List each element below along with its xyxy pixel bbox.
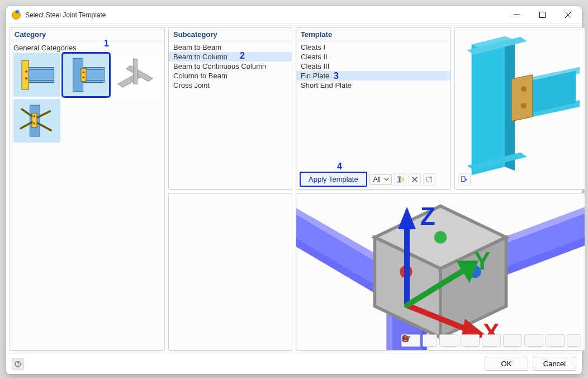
svg-rect-27 [397, 181, 401, 182]
panel-subcategory: Subcategory Beam to Beam Beam to Column … [168, 27, 292, 190]
dialog-body: Category General Categories [6, 24, 582, 374]
svg-marker-62 [398, 207, 416, 229]
minimize-button[interactable] [504, 7, 529, 23]
category-thumb-end-plate[interactable] [13, 53, 60, 97]
apply-template-button[interactable]: Apply Template [300, 172, 367, 187]
svg-text:Z: Z [420, 202, 435, 230]
viewport-3d[interactable]: Z Y X -Z [296, 193, 585, 350]
maximize-button[interactable] [529, 7, 555, 23]
view-reset-button[interactable] [567, 334, 581, 347]
viewport-toolbar: -Z [401, 334, 581, 347]
template-actions: Apply Template All [296, 169, 451, 189]
view-minus-z-button[interactable]: -Z [482, 334, 501, 347]
svg-rect-11 [81, 68, 86, 81]
filter-dropdown[interactable]: All [369, 174, 392, 185]
svg-rect-3 [29, 68, 54, 70]
filter-label: All [373, 176, 381, 183]
svg-point-23 [34, 115, 36, 117]
window-title: Select Steel Joint Template [25, 11, 106, 19]
svg-point-13 [83, 77, 85, 79]
list-item[interactable]: Column to Beam [169, 71, 292, 81]
template-header: Template [296, 28, 451, 41]
list-item[interactable]: Beam to Column [169, 52, 292, 62]
panel-category: Category General Categories [10, 27, 165, 351]
new-button[interactable] [423, 173, 435, 186]
panel-template: Template Cleats I Cleats II Cleats III F… [296, 27, 451, 190]
list-item[interactable]: Short End Plate [296, 81, 451, 90]
svg-point-5 [25, 70, 27, 73]
view-display-mode-button[interactable] [503, 334, 522, 347]
svg-rect-28 [400, 178, 403, 181]
chevron-down-icon [384, 177, 389, 182]
dialog-footer: OK Cancel [6, 353, 582, 374]
dialog-window: Select Steel Joint Template Category Gen… [6, 6, 582, 375]
panel-properties [168, 193, 292, 351]
svg-point-41 [521, 103, 527, 108]
list-item[interactable]: Beam to Beam [169, 42, 292, 52]
app-icon [12, 11, 21, 20]
svg-rect-26 [397, 176, 401, 177]
svg-marker-39 [511, 74, 533, 121]
svg-text:Y: Y [474, 247, 490, 275]
view-print-button[interactable] [546, 334, 565, 347]
svg-point-40 [521, 86, 527, 92]
view-wireframe-button[interactable] [524, 334, 543, 347]
svg-rect-2 [29, 69, 54, 81]
category-header: Category [10, 28, 164, 41]
panel-viewport: Z Y X -Z [296, 193, 585, 351]
category-thumbs [13, 53, 164, 143]
window-controls [504, 7, 581, 23]
cancel-button[interactable]: Cancel [533, 357, 576, 371]
svg-point-84 [17, 365, 18, 365]
ok-button[interactable]: OK [485, 357, 528, 371]
svg-rect-42 [462, 177, 465, 182]
view-axes-xyz-button[interactable] [439, 334, 458, 347]
panel-preview [454, 27, 585, 190]
svg-line-65 [407, 270, 465, 305]
content-grid: Category General Categories [6, 24, 582, 353]
titlebar: Select Steel Joint Template [6, 6, 582, 24]
list-item[interactable]: Fin Plate [296, 71, 451, 81]
preview-image [454, 28, 585, 189]
list-item[interactable]: Cleats I [296, 42, 451, 52]
svg-rect-4 [29, 81, 54, 83]
list-item[interactable]: Cleats II [296, 52, 451, 62]
category-thumb-truss[interactable] [112, 53, 159, 97]
category-thumb-complex[interactable] [13, 99, 60, 143]
svg-point-24 [34, 122, 36, 125]
svg-rect-1 [22, 60, 29, 89]
view-zoom-extents-button[interactable] [423, 334, 437, 347]
close-button[interactable] [555, 7, 581, 23]
subcategory-header: Subcategory [169, 28, 292, 41]
list-item[interactable]: Cross Joint [169, 81, 292, 90]
subcategory-list: Beam to Beam Beam to Column Beam to Cont… [169, 41, 292, 91]
category-thumb-beam-column[interactable] [63, 53, 110, 97]
category-group-label: General Categories [13, 44, 161, 52]
help-button[interactable] [12, 358, 24, 370]
svg-point-6 [25, 77, 27, 79]
view-plane-xy-button[interactable] [461, 334, 480, 347]
svg-point-12 [83, 72, 85, 74]
delete-button[interactable] [409, 173, 421, 186]
list-item[interactable]: Beam to Continuous Column [169, 62, 292, 71]
template-filter: All [369, 174, 392, 185]
svg-marker-16 [133, 59, 137, 84]
template-list: Cleats I Cleats II Cleats III Fin Plate … [296, 41, 451, 169]
svg-rect-25 [399, 176, 400, 182]
axis-indicator: Z Y X [296, 193, 585, 350]
preview-tool-button[interactable] [458, 173, 471, 186]
category-body: General Categories [10, 41, 164, 145]
list-item[interactable]: Cleats III [296, 62, 451, 71]
rename-button[interactable] [394, 173, 406, 186]
svg-rect-0 [539, 12, 545, 18]
